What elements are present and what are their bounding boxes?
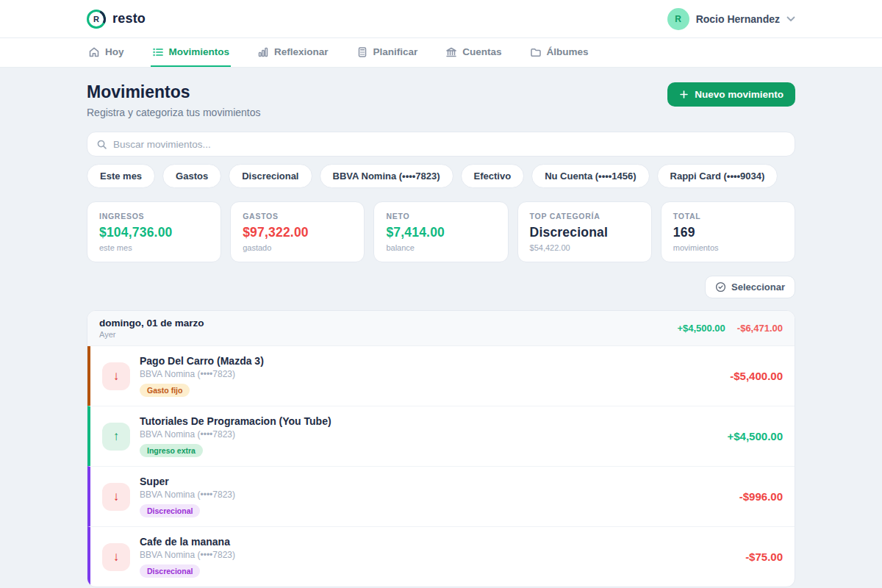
filter-chip[interactable]: Efectivo — [461, 164, 525, 188]
filter-chip[interactable]: Gastos — [162, 164, 221, 188]
stats-cards: INGRESOS $104,736.00 este mes GASTOS $97… — [87, 201, 795, 262]
transaction-account: BBVA Nomina (••••7823) — [140, 490, 730, 500]
stat-label: GASTOS — [243, 212, 352, 220]
direction-arrow-icon: ↓ — [102, 543, 130, 571]
user-menu[interactable]: R Rocio Hernandez — [667, 8, 795, 30]
stat-value: $7,414.00 — [386, 225, 495, 240]
nav-label: Álbumes — [547, 46, 589, 57]
section-date: domingo, 01 de marzo — [99, 318, 204, 329]
stat-sub: $54,422.00 — [530, 243, 639, 252]
category-tag: Discrecional — [140, 564, 200, 578]
avatar: R — [667, 8, 689, 30]
nav-label: Planificar — [373, 46, 418, 57]
stat-card: GASTOS $97,322.00 gastado — [230, 201, 365, 262]
calculator-icon — [356, 46, 368, 58]
check-circle-icon — [715, 282, 726, 293]
brand-logo-letter: R — [93, 15, 99, 24]
select-button-label: Seleccionar — [731, 282, 785, 293]
stat-label: TOTAL — [673, 212, 783, 220]
user-name: Rocio Hernandez — [696, 13, 780, 25]
nav-item-movimientos[interactable]: Movimientos — [151, 38, 232, 67]
new-movement-label: Nuevo movimiento — [695, 89, 784, 100]
transaction-amount: +$4,500.00 — [728, 430, 784, 442]
transaction-row[interactable]: ↓ Pago Del Carro (Mazda 3) BBVA Nomina (… — [87, 346, 795, 406]
select-button[interactable]: Seleccionar — [705, 276, 795, 298]
list-icon — [152, 46, 164, 58]
nav-label: Reflexionar — [274, 46, 329, 57]
transaction-row[interactable]: ↑ Tutoriales De Programacion (You Tube) … — [87, 406, 795, 466]
nav-label: Movimientos — [169, 46, 230, 57]
nav-item-albumes[interactable]: Álbumes — [528, 38, 590, 67]
nav-item-hoy[interactable]: Hoy — [87, 38, 126, 67]
transaction-row[interactable]: ↓ Super BBVA Nomina (••••7823) Discrecio… — [87, 466, 795, 526]
stat-card: TOTAL 169 movimientos — [661, 201, 795, 262]
plus-icon — [679, 90, 689, 99]
transaction-account: BBVA Nomina (••••7823) — [140, 429, 718, 440]
transaction-row[interactable]: ↓ Cafe de la manana BBVA Nomina (••••782… — [87, 526, 795, 587]
transaction-section: domingo, 01 de marzo Ayer +$4,500.00 -$6… — [87, 310, 795, 587]
nav-item-reflexionar[interactable]: Reflexionar — [256, 38, 330, 67]
transaction-account: BBVA Nomina (••••7823) — [140, 369, 720, 379]
chevron-down-icon — [786, 16, 795, 22]
page-subtitle: Registra y categoriza tus movimientos — [87, 107, 261, 118]
filter-chip[interactable]: Rappi Card (••••9034) — [657, 164, 778, 188]
category-tag: Discrecional — [140, 504, 200, 517]
transaction-title: Tutoriales De Programacion (You Tube) — [140, 415, 718, 427]
new-movement-button[interactable]: Nuevo movimiento — [667, 82, 795, 107]
stat-value: Discrecional — [530, 225, 639, 240]
stat-card: INGRESOS $104,736.00 este mes — [87, 201, 221, 262]
transaction-account: BBVA Nomina (••••7823) — [140, 550, 736, 560]
main-content: Movimientos Registra y categoriza tus mo… — [87, 82, 795, 588]
bar-chart-icon — [257, 46, 269, 58]
nav-label: Cuentas — [462, 46, 501, 57]
transaction-title: Cafe de la manana — [140, 536, 736, 548]
section-income-total: +$4,500.00 — [677, 323, 725, 334]
section-relative-date: Ayer — [99, 330, 204, 339]
stat-value: 169 — [673, 225, 783, 240]
filter-chip[interactable]: BBVA Nomina (••••7823) — [320, 164, 453, 188]
brand-name: resto — [112, 11, 146, 26]
filter-chips: Este mesGastosDiscrecionalBBVA Nomina (•… — [87, 164, 795, 188]
stat-sub: movimientos — [673, 243, 783, 252]
nav-item-cuentas[interactable]: Cuentas — [444, 38, 503, 67]
search-icon — [96, 139, 107, 150]
brand-logo: R resto — [87, 10, 146, 29]
section-header: domingo, 01 de marzo Ayer +$4,500.00 -$6… — [87, 311, 795, 346]
category-tag: Gasto fijo — [140, 384, 190, 397]
transaction-amount: -$5,400.00 — [730, 370, 783, 382]
direction-arrow-icon: ↓ — [102, 483, 130, 511]
stat-card: NETO $7,414.00 balance — [373, 201, 508, 262]
stat-label: TOP CATEGORÍA — [530, 212, 639, 220]
stat-sub: balance — [386, 243, 495, 252]
page-title: Movimientos — [87, 82, 261, 102]
filter-chip[interactable]: Este mes — [87, 164, 155, 188]
main-nav: Hoy Movimientos Reflexionar Planificar C… — [0, 38, 882, 68]
transaction-amount: -$75.00 — [745, 551, 783, 563]
direction-arrow-icon: ↑ — [102, 423, 130, 451]
app-header: R resto R Rocio Hernandez — [0, 0, 882, 38]
stat-sub: gastado — [243, 243, 352, 252]
nav-item-planificar[interactable]: Planificar — [355, 38, 420, 67]
stat-label: NETO — [386, 212, 495, 220]
filter-chip[interactable]: Discrecional — [229, 164, 312, 188]
brand-logo-icon: R — [87, 10, 106, 29]
stat-sub: este mes — [99, 243, 209, 252]
transactions-list: domingo, 01 de marzo Ayer +$4,500.00 -$6… — [87, 310, 795, 588]
search-input[interactable] — [113, 139, 786, 150]
section-rows: ↓ Pago Del Carro (Mazda 3) BBVA Nomina (… — [87, 346, 795, 587]
bank-icon — [445, 46, 457, 58]
transaction-amount: -$996.00 — [739, 490, 783, 503]
stat-value: $104,736.00 — [99, 225, 209, 240]
section-expense-total: -$6,471.00 — [737, 323, 783, 334]
stat-label: INGRESOS — [99, 212, 209, 220]
stat-card: TOP CATEGORÍA Discrecional $54,422.00 — [517, 201, 652, 262]
nav-label: Hoy — [105, 46, 124, 57]
transaction-title: Pago Del Carro (Mazda 3) — [140, 355, 720, 367]
direction-arrow-icon: ↓ — [102, 362, 130, 390]
stat-value: $97,322.00 — [243, 225, 352, 240]
transaction-title: Super — [140, 476, 730, 487]
search-bar — [87, 132, 795, 157]
filter-chip[interactable]: Nu Cuenta (••••1456) — [531, 164, 649, 188]
category-tag: Ingreso extra — [140, 444, 203, 457]
home-icon — [88, 46, 100, 58]
